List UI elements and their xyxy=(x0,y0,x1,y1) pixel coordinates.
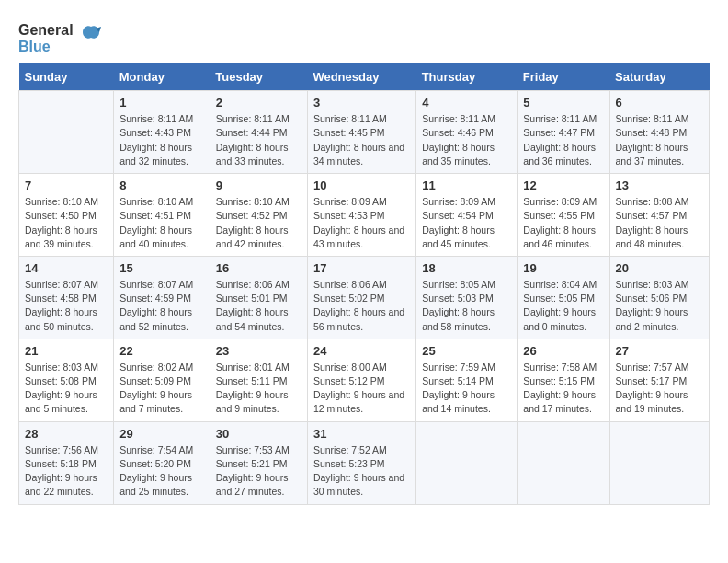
calendar-cell: 12 Sunrise: 8:09 AMSunset: 4:55 PMDaylig… xyxy=(518,174,609,257)
day-info: Sunrise: 8:02 AMSunset: 5:09 PMDaylight:… xyxy=(119,361,204,417)
day-info: Sunrise: 7:57 AMSunset: 5:17 PMDaylight:… xyxy=(616,361,704,417)
calendar-cell: 3 Sunrise: 8:11 AMSunset: 4:45 PMDayligh… xyxy=(307,91,415,174)
calendar-cell: 26 Sunrise: 7:58 AMSunset: 5:15 PMDaylig… xyxy=(518,339,609,421)
weekday-header-row: SundayMondayTuesdayWednesdayThursdayFrid… xyxy=(19,63,710,91)
day-info: Sunrise: 8:06 AMSunset: 5:02 PMDaylight:… xyxy=(313,278,410,334)
day-info: Sunrise: 8:08 AMSunset: 4:57 PMDaylight:… xyxy=(616,195,704,251)
day-info: Sunrise: 8:11 AMSunset: 4:48 PMDaylight:… xyxy=(616,112,704,168)
day-number: 3 xyxy=(313,96,410,109)
day-number: 4 xyxy=(422,96,511,109)
day-info: Sunrise: 8:06 AMSunset: 5:01 PMDaylight:… xyxy=(216,278,301,334)
calendar-cell xyxy=(518,421,609,504)
calendar-cell: 19 Sunrise: 8:04 AMSunset: 5:05 PMDaylig… xyxy=(518,256,609,339)
day-number: 28 xyxy=(25,427,108,441)
day-info: Sunrise: 7:52 AMSunset: 5:23 PMDaylight:… xyxy=(313,443,410,500)
day-info: Sunrise: 8:10 AMSunset: 4:52 PMDaylight:… xyxy=(216,195,301,251)
day-number: 20 xyxy=(616,261,704,275)
day-number: 21 xyxy=(25,344,108,358)
day-number: 16 xyxy=(216,261,301,275)
day-info: Sunrise: 8:10 AMSunset: 4:51 PMDaylight:… xyxy=(119,195,204,251)
day-info: Sunrise: 8:00 AMSunset: 5:12 PMDaylight:… xyxy=(313,361,410,417)
calendar-cell: 8 Sunrise: 8:10 AMSunset: 4:51 PMDayligh… xyxy=(114,174,210,257)
day-info: Sunrise: 7:58 AMSunset: 5:15 PMDaylight:… xyxy=(523,361,603,417)
day-number: 9 xyxy=(216,178,301,192)
logo-blue-text: Blue xyxy=(18,39,74,55)
day-info: Sunrise: 8:11 AMSunset: 4:44 PMDaylight:… xyxy=(216,112,301,168)
calendar-week-row: 28 Sunrise: 7:56 AMSunset: 5:18 PMDaylig… xyxy=(19,421,710,504)
day-info: Sunrise: 8:07 AMSunset: 4:59 PMDaylight:… xyxy=(119,278,204,334)
day-number: 15 xyxy=(119,261,204,275)
calendar-cell: 30 Sunrise: 7:53 AMSunset: 5:21 PMDaylig… xyxy=(210,421,307,504)
day-info: Sunrise: 8:09 AMSunset: 4:54 PMDaylight:… xyxy=(422,195,511,251)
weekday-header-friday: Friday xyxy=(518,63,609,91)
day-number: 6 xyxy=(616,96,704,109)
day-info: Sunrise: 7:54 AMSunset: 5:20 PMDaylight:… xyxy=(119,443,204,500)
day-info: Sunrise: 8:03 AMSunset: 5:08 PMDaylight:… xyxy=(25,361,108,417)
calendar-cell: 9 Sunrise: 8:10 AMSunset: 4:52 PMDayligh… xyxy=(210,174,307,257)
day-number: 2 xyxy=(216,96,301,109)
calendar-cell: 22 Sunrise: 8:02 AMSunset: 5:09 PMDaylig… xyxy=(114,339,210,421)
calendar-cell: 31 Sunrise: 7:52 AMSunset: 5:23 PMDaylig… xyxy=(307,421,415,504)
calendar-cell: 10 Sunrise: 8:09 AMSunset: 4:53 PMDaylig… xyxy=(307,174,415,257)
day-number: 1 xyxy=(119,96,204,109)
weekday-header-wednesday: Wednesday xyxy=(307,63,415,91)
calendar-cell: 27 Sunrise: 7:57 AMSunset: 5:17 PMDaylig… xyxy=(609,339,710,421)
calendar-cell: 29 Sunrise: 7:54 AMSunset: 5:20 PMDaylig… xyxy=(114,421,210,504)
day-info: Sunrise: 8:01 AMSunset: 5:11 PMDaylight:… xyxy=(216,361,301,417)
weekday-header-tuesday: Tuesday xyxy=(210,63,307,91)
calendar-cell xyxy=(19,91,114,174)
day-info: Sunrise: 8:11 AMSunset: 4:43 PMDaylight:… xyxy=(119,112,204,168)
day-number: 11 xyxy=(422,178,511,192)
day-number: 29 xyxy=(119,427,204,441)
calendar-week-row: 1 Sunrise: 8:11 AMSunset: 4:43 PMDayligh… xyxy=(19,91,710,174)
weekday-header-sunday: Sunday xyxy=(19,63,114,91)
day-info: Sunrise: 8:05 AMSunset: 5:03 PMDaylight:… xyxy=(422,278,511,334)
calendar-cell: 4 Sunrise: 8:11 AMSunset: 4:46 PMDayligh… xyxy=(416,91,518,174)
day-number: 25 xyxy=(422,344,511,358)
weekday-header-saturday: Saturday xyxy=(609,63,710,91)
day-number: 30 xyxy=(216,427,301,441)
day-number: 10 xyxy=(313,178,410,192)
calendar-cell: 11 Sunrise: 8:09 AMSunset: 4:54 PMDaylig… xyxy=(416,174,518,257)
calendar-cell xyxy=(609,421,710,504)
day-info: Sunrise: 8:07 AMSunset: 4:58 PMDaylight:… xyxy=(25,278,108,334)
day-number: 26 xyxy=(523,344,603,358)
calendar-week-row: 7 Sunrise: 8:10 AMSunset: 4:50 PMDayligh… xyxy=(19,174,710,257)
weekday-header-thursday: Thursday xyxy=(416,63,518,91)
day-number: 22 xyxy=(119,344,204,358)
logo-wordmark: General Blue xyxy=(18,22,74,54)
day-number: 23 xyxy=(216,344,301,358)
calendar-cell: 20 Sunrise: 8:03 AMSunset: 5:06 PMDaylig… xyxy=(609,256,710,339)
day-info: Sunrise: 8:09 AMSunset: 4:55 PMDaylight:… xyxy=(523,195,603,251)
calendar-cell: 1 Sunrise: 8:11 AMSunset: 4:43 PMDayligh… xyxy=(114,91,210,174)
day-number: 5 xyxy=(523,96,603,109)
day-info: Sunrise: 8:03 AMSunset: 5:06 PMDaylight:… xyxy=(616,278,704,334)
calendar-cell: 21 Sunrise: 8:03 AMSunset: 5:08 PMDaylig… xyxy=(19,339,114,421)
day-number: 18 xyxy=(422,261,511,275)
calendar-cell: 2 Sunrise: 8:11 AMSunset: 4:44 PMDayligh… xyxy=(210,91,307,174)
day-number: 27 xyxy=(616,344,704,358)
logo-general-text: General xyxy=(18,22,74,39)
calendar-cell: 13 Sunrise: 8:08 AMSunset: 4:57 PMDaylig… xyxy=(609,174,710,257)
day-info: Sunrise: 7:59 AMSunset: 5:14 PMDaylight:… xyxy=(422,361,511,417)
day-number: 24 xyxy=(313,344,410,358)
calendar-cell xyxy=(416,421,518,504)
day-info: Sunrise: 8:11 AMSunset: 4:45 PMDaylight:… xyxy=(313,112,410,168)
calendar-cell: 15 Sunrise: 8:07 AMSunset: 4:59 PMDaylig… xyxy=(114,256,210,339)
day-number: 31 xyxy=(313,427,410,441)
calendar-cell: 14 Sunrise: 8:07 AMSunset: 4:58 PMDaylig… xyxy=(19,256,114,339)
calendar-week-row: 14 Sunrise: 8:07 AMSunset: 4:58 PMDaylig… xyxy=(19,256,710,339)
day-number: 19 xyxy=(523,261,603,275)
calendar-cell: 18 Sunrise: 8:05 AMSunset: 5:03 PMDaylig… xyxy=(416,256,518,339)
day-info: Sunrise: 8:09 AMSunset: 4:53 PMDaylight:… xyxy=(313,195,410,251)
calendar-cell: 7 Sunrise: 8:10 AMSunset: 4:50 PMDayligh… xyxy=(19,174,114,257)
calendar-cell: 6 Sunrise: 8:11 AMSunset: 4:48 PMDayligh… xyxy=(609,91,710,174)
calendar-cell: 24 Sunrise: 8:00 AMSunset: 5:12 PMDaylig… xyxy=(307,339,415,421)
day-number: 14 xyxy=(25,261,108,275)
weekday-header-monday: Monday xyxy=(114,63,210,91)
day-number: 7 xyxy=(25,178,108,192)
day-number: 13 xyxy=(616,178,704,192)
day-info: Sunrise: 7:56 AMSunset: 5:18 PMDaylight:… xyxy=(25,443,108,500)
calendar-week-row: 21 Sunrise: 8:03 AMSunset: 5:08 PMDaylig… xyxy=(19,339,710,421)
day-info: Sunrise: 7:53 AMSunset: 5:21 PMDaylight:… xyxy=(216,443,301,500)
